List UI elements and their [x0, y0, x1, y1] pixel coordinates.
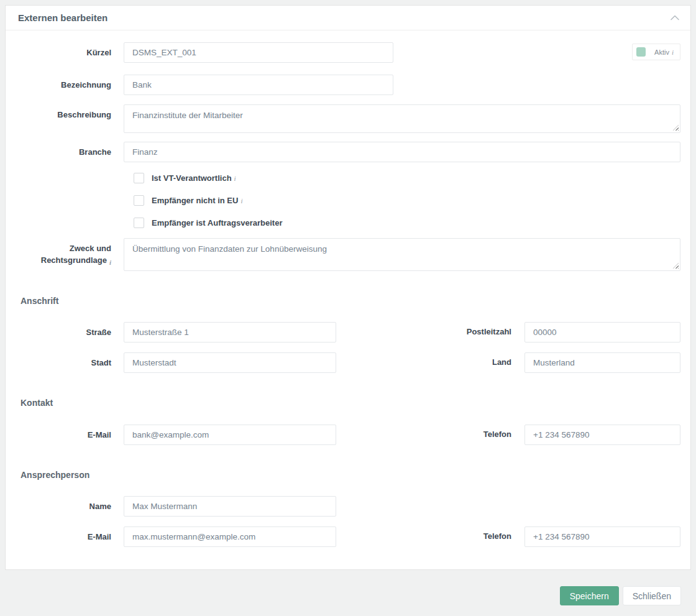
- kontakt-email-input[interactable]: [124, 425, 336, 445]
- checkbox-row-vt-verantwortlich: Ist VT-Verantwortlich i: [21, 172, 680, 184]
- aktiv-toggle[interactable]: Aktiv i: [632, 44, 680, 60]
- kuerzel-row: Kürzel Aktiv i: [21, 42, 680, 63]
- branche-input[interactable]: [124, 142, 680, 162]
- land-input[interactable]: [524, 352, 680, 373]
- panel-header: Externen bearbeiten: [6, 6, 690, 30]
- ansprechperson-name-label: Name: [21, 496, 124, 517]
- kuerzel-input[interactable]: [124, 42, 393, 63]
- empfaenger-nicht-eu-label: Empfänger nicht in EU: [152, 196, 238, 205]
- stadt-land-row: Stadt Land: [21, 352, 680, 373]
- zweck-label: Zweck und Rechtsgrundlagei: [21, 238, 124, 271]
- zweck-textarea[interactable]: Übermittlung von Finanzdaten zur Lohnübe…: [124, 238, 680, 271]
- footer-actions: Speichern Schließen: [5, 570, 691, 605]
- strasse-input[interactable]: [124, 322, 336, 342]
- postleitzahl-label: Postleitzahl: [336, 322, 524, 342]
- info-icon: i: [234, 175, 236, 182]
- panel-title: Externen bearbeiten: [18, 12, 108, 23]
- checkbox-group: Ist VT-Verantwortlich i Empfänger nicht …: [21, 172, 680, 229]
- stadt-input[interactable]: [124, 352, 336, 373]
- bezeichnung-label: Bezeichnung: [21, 75, 124, 95]
- strasse-plz-row: Straße Postleitzahl: [21, 322, 680, 342]
- ansprechperson-heading: Ansprechperson: [21, 469, 680, 481]
- aktiv-label: Aktiv: [654, 48, 669, 56]
- empfaenger-nicht-eu-checkbox[interactable]: [134, 195, 144, 206]
- beschreibung-textarea[interactable]: Finanzinstitute der Mitarbeiter: [124, 104, 680, 133]
- branche-label: Branche: [21, 142, 124, 162]
- ansprechperson-name-input[interactable]: [124, 496, 336, 517]
- zweck-row: Zweck und Rechtsgrundlagei Übermittlung …: [21, 238, 680, 271]
- edit-external-panel: Externen bearbeiten Kürzel Aktiv i Bezei…: [5, 5, 691, 570]
- stadt-label: Stadt: [21, 352, 124, 373]
- beschreibung-row: Beschreibung Finanzinstitute der Mitarbe…: [21, 104, 680, 133]
- kuerzel-label: Kürzel: [21, 42, 124, 63]
- vt-verantwortlich-label: Ist VT-Verantwortlich: [152, 173, 232, 183]
- close-button[interactable]: Schließen: [623, 586, 681, 605]
- chevron-up-icon[interactable]: [671, 15, 679, 21]
- anschrift-heading: Anschrift: [21, 295, 680, 307]
- info-icon: i: [240, 197, 242, 205]
- checkbox-row-auftragsverarbeiter: Empfänger ist Auftragsverarbeiter: [21, 217, 680, 229]
- info-icon: i: [109, 259, 111, 266]
- checkbox-row-nicht-eu: Empfänger nicht in EU i: [21, 195, 680, 206]
- strasse-label: Straße: [21, 322, 124, 342]
- kontakt-telefon-input[interactable]: [524, 425, 680, 445]
- ansprechperson-name-row: Name: [21, 496, 680, 517]
- kontakt-heading: Kontakt: [21, 397, 680, 409]
- land-label: Land: [336, 352, 524, 373]
- vt-verantwortlich-checkbox[interactable]: [134, 173, 144, 183]
- kontakt-email-label: E-Mail: [21, 425, 124, 445]
- branche-row: Branche: [21, 142, 680, 162]
- auftragsverarbeiter-checkbox[interactable]: [134, 218, 144, 228]
- ansprechperson-email-input[interactable]: [124, 526, 336, 547]
- ansprechperson-email-label: E-Mail: [21, 526, 124, 547]
- save-button[interactable]: Speichern: [560, 586, 619, 605]
- ansprechperson-telefon-input[interactable]: [524, 526, 680, 547]
- beschreibung-label: Beschreibung: [21, 104, 124, 133]
- kontakt-telefon-label: Telefon: [336, 425, 524, 445]
- ansprechperson-email-telefon-row: E-Mail Telefon: [21, 526, 680, 547]
- bezeichnung-input[interactable]: [124, 75, 393, 95]
- panel-body: Kürzel Aktiv i Bezeichnung Beschreibung …: [6, 30, 690, 569]
- bezeichnung-row: Bezeichnung: [21, 75, 680, 95]
- ansprechperson-telefon-label: Telefon: [336, 526, 524, 547]
- kontakt-email-telefon-row: E-Mail Telefon: [21, 425, 680, 445]
- info-icon: i: [672, 48, 674, 56]
- auftragsverarbeiter-label: Empfänger ist Auftragsverarbeiter: [152, 218, 282, 228]
- aktiv-checkbox-checked-icon[interactable]: [636, 47, 646, 57]
- postleitzahl-input[interactable]: [524, 322, 680, 342]
